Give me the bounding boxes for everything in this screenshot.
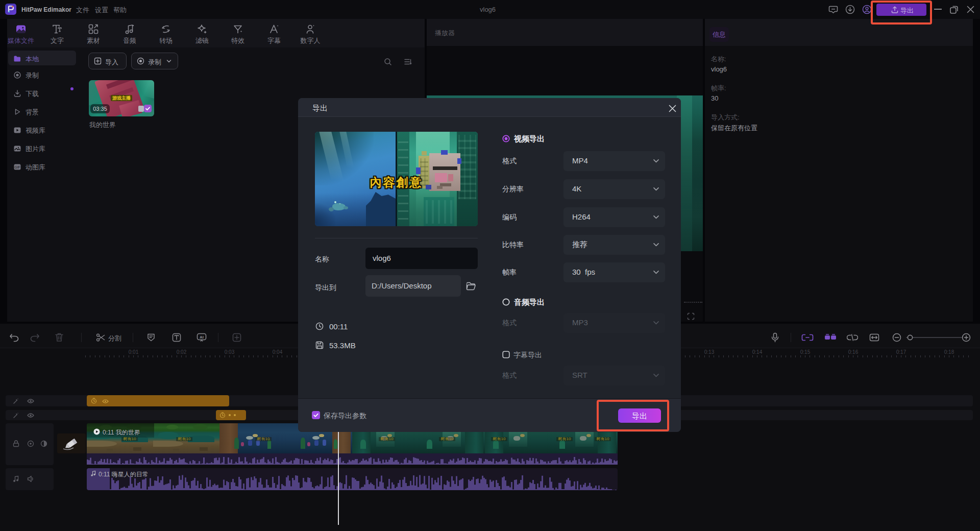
svg-text:AI: AI (200, 335, 204, 340)
svg-text:GIF: GIF (15, 165, 20, 169)
